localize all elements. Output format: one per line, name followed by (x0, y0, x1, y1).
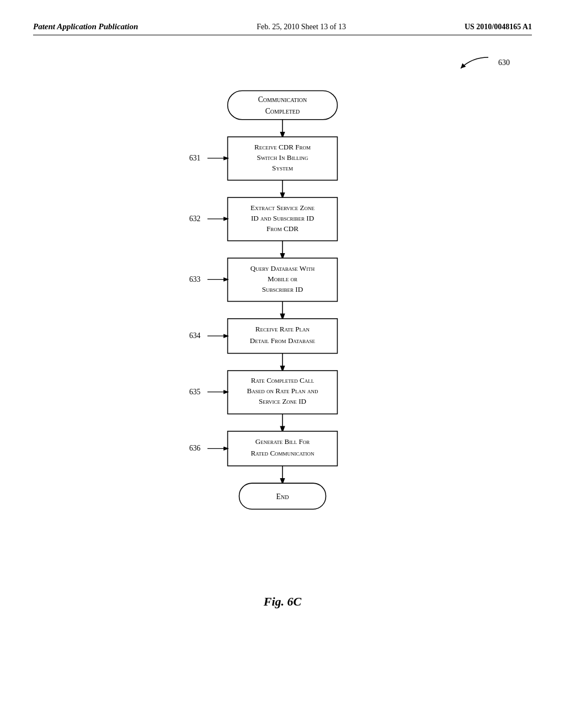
node-634-line1: Receive Rate Plan (255, 325, 310, 333)
node-632-line3: From CDR (266, 224, 299, 233)
node-635-line3: Service Zone ID (259, 397, 306, 405)
node-636-line1: Generate Bill For (255, 437, 310, 446)
node-633-line3: Subscriber ID (262, 285, 303, 293)
node-632-line1: Extract Service Zone (250, 204, 315, 212)
node-636-line2: Rated Communication (250, 449, 315, 457)
header-publication-label: Patent Application Publication (33, 22, 138, 31)
node-start-line2: Completed (265, 107, 300, 115)
ref-631: 631 (189, 154, 200, 162)
node-633-line2: Mobile or (268, 275, 297, 283)
header-date-sheet: Feb. 25, 2010 Sheet 13 of 13 (257, 23, 346, 31)
header: Patent Application Publication Feb. 25, … (33, 22, 532, 35)
node-635-line1: Rate Completed Call (251, 376, 315, 384)
header-patent-number: US 2010/0048165 A1 (465, 23, 532, 31)
node-631-line1: Receive CDR From (254, 143, 311, 151)
flowchart-container: Communication Completed Receive CDR From… (89, 85, 476, 584)
node-631-line3: System (272, 164, 293, 172)
node-end: End (276, 493, 289, 501)
node-631-line2: Switch In Billing (257, 153, 308, 162)
node-632-line2: ID and Subscriber ID (251, 214, 314, 222)
ref-630-label: 630 (444, 52, 510, 74)
node-635-line2: Based on Rate Plan and (247, 387, 318, 395)
ref-632: 632 (189, 215, 201, 223)
flowchart-svg: Communication Completed Receive CDR From… (89, 85, 476, 581)
node-start-line1: Communication (258, 95, 307, 104)
ref-633: 633 (189, 275, 201, 283)
node-633-line1: Query Database With (250, 264, 315, 272)
page: Patent Application Publication Feb. 25, … (0, 0, 565, 728)
figure-label: Fig. 6C (33, 595, 532, 609)
node-634-line2: Detail From Database (250, 336, 316, 345)
ref-634: 634 (189, 331, 201, 340)
ref-636: 636 (189, 444, 201, 452)
ref-635: 635 (189, 388, 201, 396)
